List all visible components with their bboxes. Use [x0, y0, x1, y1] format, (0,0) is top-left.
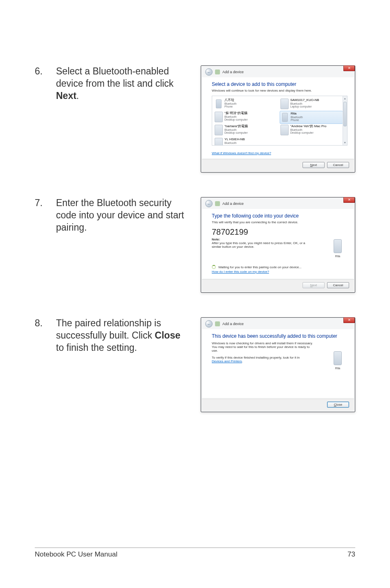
device-name: "Andrew Yeh"的 Mac Pro: [290, 125, 326, 128]
device-name: Rita: [291, 112, 303, 116]
list-item[interactable]: "蘇 明清"的電腦 Bluetooth Desktop computer: [214, 111, 277, 124]
pc-icon: [280, 99, 289, 109]
device-type: Bluetooth: [224, 102, 237, 105]
list-item[interactable]: SAM1017_KUO-NB Bluetooth Laptop computer: [280, 98, 343, 111]
device-name: "barbara"的電腦: [224, 125, 248, 128]
dialog-heading: This device has been successfully added …: [212, 333, 347, 339]
device-kind: Phone: [291, 119, 303, 122]
step-text: Select a Bluetooth-enabled device from t…: [56, 65, 190, 173]
close-icon[interactable]: ✕: [343, 197, 355, 203]
scroll-thumb[interactable]: [343, 102, 347, 126]
device-name: "蘇 明清"的電腦: [224, 112, 248, 115]
next-button: Next: [303, 282, 325, 288]
back-button[interactable]: ←: [205, 200, 213, 207]
device-kind: Desktop computer: [290, 131, 326, 135]
device-preview: Rita: [334, 351, 342, 370]
dialog-title: Add a device: [222, 202, 244, 206]
step-6: 6. Select a Bluetooth-enabled device fro…: [35, 65, 355, 173]
scroll-up-icon[interactable]: ▴: [343, 96, 347, 101]
list-item[interactable]: 八不垃 Bluetooth Phone: [214, 98, 277, 111]
device-type: Bluetooth: [224, 128, 248, 132]
spinner-icon: [212, 265, 216, 269]
phone-icon: [334, 351, 342, 365]
scrollbar[interactable]: ▴ ▾: [343, 96, 347, 145]
dialog-subtext: This will verify that you are connecting…: [212, 220, 347, 224]
step8-pre: The paired relationship is successfully …: [56, 318, 161, 341]
back-button[interactable]: ←: [205, 68, 213, 76]
pairing-code: 78702199: [212, 227, 347, 237]
device-list: 八不垃 Bluetooth Phone SAM1017_KUO-NB Bluet…: [212, 96, 347, 146]
list-item[interactable]: YL HSIEH-NB Bluetooth: [214, 137, 277, 146]
device-type: Bluetooth: [291, 116, 303, 119]
pc-icon: [215, 125, 223, 135]
close-icon[interactable]: ✕: [343, 65, 355, 71]
scroll-down-icon[interactable]: ▾: [343, 140, 347, 145]
pc-icon: [215, 138, 223, 146]
phone-icon: [216, 99, 222, 108]
device-name: 八不垃: [224, 99, 237, 102]
help-link[interactable]: How do I enter this code on my device?: [212, 270, 269, 274]
dialog-heading: Select a device to add to this computer: [212, 81, 347, 87]
success-p1: Windows is now checking for drivers and …: [212, 341, 314, 352]
dialog-enter-code: ✕ ← Add a device Type the following code…: [201, 197, 355, 293]
dialog-success: ✕ ← Add a device This device has been su…: [201, 317, 355, 412]
list-item[interactable]: "Andrew Yeh"的 Mac Pro Bluetooth Desktop …: [280, 124, 343, 137]
dialog-select-device: ✕ ← Add a device Select a device to add …: [201, 65, 355, 173]
wait-text: Waiting for you to enter this pairing co…: [218, 265, 302, 269]
device-type: Bluetooth: [290, 128, 326, 132]
device-type: Bluetooth: [290, 102, 319, 105]
cancel-button[interactable]: Cancel: [327, 282, 349, 288]
step6-bold: Next: [56, 90, 76, 101]
footer-title: Notebook PC User Manual: [35, 550, 117, 559]
p2-pre: To verify if this device finished instal…: [212, 356, 300, 359]
device-kind: Desktop computer: [224, 131, 248, 135]
device-kind: Laptop computer: [290, 105, 319, 108]
phone-icon: [334, 239, 342, 253]
device-label: Rita: [334, 255, 342, 258]
pc-icon: [280, 125, 289, 135]
note-label: Note:: [212, 238, 347, 241]
help-link[interactable]: What if Windows doesn't find my device?: [212, 151, 271, 155]
device-icon: [215, 321, 220, 326]
device-label: Rita: [334, 367, 342, 370]
close-button[interactable]: Close: [327, 402, 349, 408]
back-button[interactable]: ←: [205, 320, 213, 328]
dialog-subtext: Windows will continue to look for new de…: [212, 89, 347, 92]
device-icon: [215, 201, 220, 206]
device-name: SAM1017_KUO-NB: [290, 99, 319, 102]
phone-icon: [282, 113, 288, 122]
device-type: Bluetooth: [224, 115, 248, 119]
device-kind: Phone: [224, 105, 237, 108]
step-7: 7. Enter the Bluetooth security code int…: [35, 197, 355, 293]
device-kind: Desktop computer: [224, 118, 248, 121]
dialog-heading: Type the following code into your device: [212, 213, 347, 219]
step-8: 8. The paired relationship is successful…: [35, 317, 355, 412]
step8-post: to finish the setting.: [56, 342, 137, 353]
note-text: After you type this code, you might need…: [212, 241, 306, 249]
status-row: Waiting for you to enter this pairing co…: [212, 265, 347, 269]
step6-pre: Select a Bluetooth-enabled device from t…: [56, 66, 174, 89]
step-text: Enter the Bluetooth security code into y…: [56, 197, 190, 293]
cancel-button[interactable]: Cancel: [327, 162, 349, 168]
step8-bold: Close: [155, 330, 181, 341]
devices-and-printers-link[interactable]: Devices and Printers: [212, 359, 242, 363]
dialog-title: Add a device: [222, 322, 244, 326]
page-number: 73: [347, 550, 355, 559]
success-p2: To verify if this device finished instal…: [212, 356, 314, 363]
pc-icon: [215, 112, 223, 122]
list-item[interactable]: "barbara"的電腦 Bluetooth Desktop computer: [214, 124, 277, 137]
device-preview: Rita: [334, 239, 342, 258]
dialog-title: Add a device: [222, 70, 244, 74]
step-num: 6.: [35, 65, 56, 173]
next-button[interactable]: NNextext: [303, 162, 325, 168]
device-type: Bluetooth: [224, 141, 245, 145]
device-icon: [215, 70, 220, 74]
list-item-selected[interactable]: Rita Bluetooth Phone: [280, 111, 343, 124]
device-name: YL HSIEH-NB: [224, 138, 245, 141]
close-icon[interactable]: ✕: [343, 317, 355, 323]
step-num: 7.: [35, 197, 56, 293]
step6-post: .: [76, 90, 79, 101]
step-num: 8.: [35, 317, 56, 412]
page-footer: Notebook PC User Manual 73: [35, 548, 355, 559]
step-text: The paired relationship is successfully …: [56, 317, 190, 412]
